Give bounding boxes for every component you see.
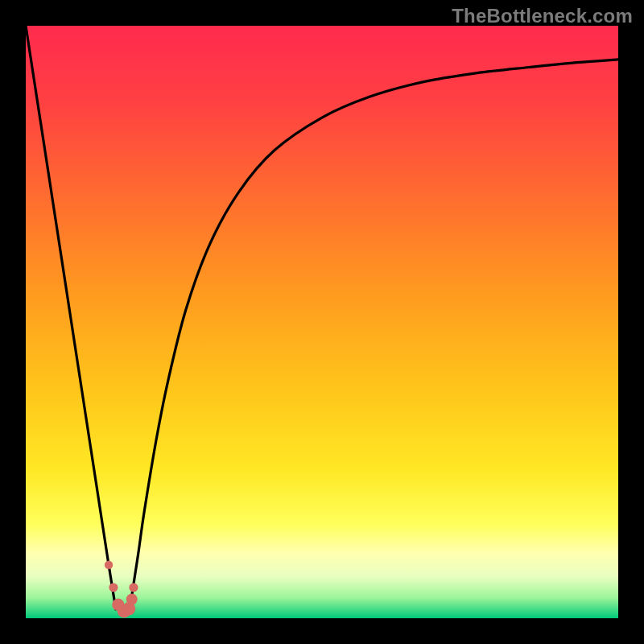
valley-marker xyxy=(105,561,113,569)
valley-marker xyxy=(109,583,118,592)
chart-svg xyxy=(26,26,618,618)
valley-marker xyxy=(129,583,138,592)
chart-frame: TheBottleneck.com xyxy=(0,0,644,644)
plot-area xyxy=(26,26,618,618)
watermark-text: TheBottleneck.com xyxy=(452,5,633,27)
valley-marker xyxy=(126,593,138,605)
gradient-background xyxy=(26,26,618,618)
